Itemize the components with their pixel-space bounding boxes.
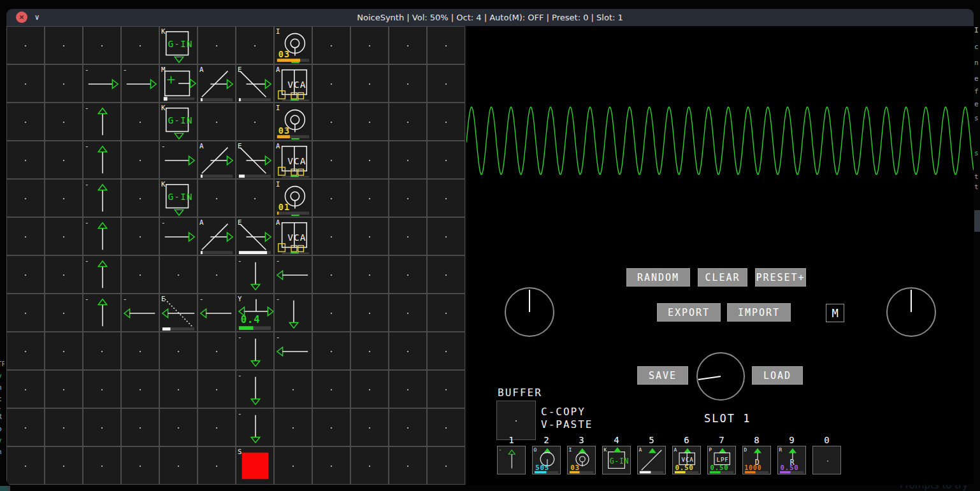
grid-cell-empty[interactable]	[427, 26, 465, 64]
grid-cell-empty[interactable]	[389, 26, 427, 64]
grid-cell-empty[interactable]	[6, 26, 45, 64]
grid-cell-empty[interactable]	[427, 370, 465, 408]
grid-cell-empty[interactable]	[236, 179, 274, 217]
grid-cell-empty[interactable]	[350, 179, 389, 217]
grid-module-ramp-up[interactable]: A	[198, 64, 236, 103]
grid-cell-empty[interactable]	[274, 408, 312, 446]
grid-module-wire-up[interactable]: -	[83, 255, 121, 294]
patch-grid[interactable]: KG-INI03--MAEAVCA-KG-INI03--AEAVCA-KG-IN…	[6, 26, 466, 485]
grid-module-ramp-up[interactable]: A	[198, 141, 236, 179]
grid-cell-empty[interactable]	[427, 179, 465, 217]
grid-cell-empty[interactable]	[83, 370, 121, 408]
grid-module-ramp-down[interactable]: E	[236, 141, 274, 179]
palette-item-osc[interactable]: O505	[532, 446, 561, 474]
grid-module-wire-right[interactable]: -	[159, 141, 198, 179]
grid-cell-empty[interactable]	[427, 408, 465, 446]
palette-item-lfo[interactable]: I03	[567, 446, 596, 474]
grid-module-vca[interactable]: AVCA	[274, 217, 312, 255]
grid-module-gin[interactable]: KG-IN	[159, 103, 198, 141]
grid-cell-empty[interactable]	[236, 103, 274, 141]
grid-module-osc[interactable]: I01	[274, 179, 312, 217]
grid-cell-empty[interactable]	[274, 446, 312, 485]
grid-cell-empty[interactable]	[159, 370, 198, 408]
grid-cell-empty[interactable]	[389, 255, 427, 294]
grid-module-ramp-down-left[interactable]: E	[159, 294, 198, 332]
grid-cell-empty[interactable]	[427, 64, 465, 103]
grid-cell-empty[interactable]	[427, 255, 465, 294]
grid-cell-empty[interactable]	[121, 370, 159, 408]
grid-module-speaker[interactable]: S	[236, 446, 274, 485]
grid-cell-empty[interactable]	[45, 408, 83, 446]
grid-cell-empty[interactable]	[121, 179, 159, 217]
grid-cell-empty[interactable]	[121, 26, 159, 64]
grid-cell-empty[interactable]	[350, 217, 389, 255]
grid-cell-empty[interactable]	[350, 255, 389, 294]
grid-cell-empty[interactable]	[83, 408, 121, 446]
grid-cell-empty[interactable]	[389, 370, 427, 408]
grid-cell-empty[interactable]	[427, 217, 465, 255]
grid-module-wire-right[interactable]: -	[83, 64, 121, 103]
palette-item-ramp[interactable]: A	[637, 446, 666, 474]
palette-item-vca[interactable]: AVCA0.50	[672, 446, 701, 474]
grid-cell-empty[interactable]	[121, 408, 159, 446]
grid-cell-empty[interactable]	[6, 294, 45, 332]
save-button[interactable]: SAVE	[637, 366, 688, 385]
grid-cell-empty[interactable]	[198, 179, 236, 217]
grid-cell-empty[interactable]	[198, 370, 236, 408]
grid-module-gin[interactable]: KG-IN	[159, 26, 198, 64]
grid-module-wire-left[interactable]: -	[274, 255, 312, 294]
grid-cell-empty[interactable]	[198, 103, 236, 141]
grid-cell-empty[interactable]	[45, 294, 83, 332]
grid-cell-empty[interactable]	[45, 26, 83, 64]
grid-cell-empty[interactable]	[45, 217, 83, 255]
grid-cell-empty[interactable]	[312, 179, 350, 217]
grid-cell-empty[interactable]	[198, 255, 236, 294]
grid-cell-empty[interactable]	[45, 255, 83, 294]
grid-module-wire-up[interactable]: -	[83, 103, 121, 141]
grid-cell-empty[interactable]	[45, 332, 83, 370]
load-button[interactable]: LOAD	[752, 366, 803, 385]
grid-cell-empty[interactable]	[312, 64, 350, 103]
grid-module-wire-right[interactable]: -	[159, 217, 198, 255]
mono-toggle[interactable]: M	[826, 304, 844, 322]
grid-cell-empty[interactable]	[198, 446, 236, 485]
buffer-slot[interactable]	[496, 401, 536, 440]
clear-button[interactable]: CLEAR	[698, 268, 747, 287]
grid-cell-empty[interactable]	[45, 446, 83, 485]
grid-module-wire-down[interactable]: -	[274, 294, 312, 332]
grid-module-wire-up[interactable]: -	[83, 141, 121, 179]
grid-cell-empty[interactable]	[198, 408, 236, 446]
grid-cell-empty[interactable]	[121, 446, 159, 485]
grid-cell-empty[interactable]	[389, 217, 427, 255]
grid-cell-empty[interactable]	[121, 103, 159, 141]
grid-cell-empty[interactable]	[121, 332, 159, 370]
grid-cell-empty[interactable]	[45, 103, 83, 141]
grid-cell-empty[interactable]	[159, 408, 198, 446]
grid-module-wire-down[interactable]: -	[236, 370, 274, 408]
grid-module-wire-up[interactable]: -	[83, 217, 121, 255]
grid-cell-empty[interactable]	[350, 103, 389, 141]
grid-module-osc[interactable]: I03	[274, 26, 312, 64]
grid-module-splitter[interactable]: Y0.4	[236, 294, 274, 332]
grid-cell-empty[interactable]	[6, 332, 45, 370]
grid-cell-empty[interactable]	[45, 370, 83, 408]
grid-cell-empty[interactable]	[159, 255, 198, 294]
grid-cell-empty[interactable]	[312, 332, 350, 370]
grid-module-vca[interactable]: AVCA	[274, 64, 312, 103]
grid-cell-empty[interactable]	[6, 370, 45, 408]
grid-cell-empty[interactable]	[45, 64, 83, 103]
grid-cell-empty[interactable]	[312, 26, 350, 64]
grid-cell-empty[interactable]	[121, 255, 159, 294]
grid-cell-empty[interactable]	[312, 141, 350, 179]
grid-cell-empty[interactable]	[198, 332, 236, 370]
random-button[interactable]: RANDOM	[626, 268, 690, 287]
grid-cell-empty[interactable]	[350, 141, 389, 179]
grid-module-wire-up[interactable]: -	[83, 179, 121, 217]
grid-module-mix[interactable]: M	[159, 64, 198, 103]
grid-cell-empty[interactable]	[427, 294, 465, 332]
grid-cell-empty[interactable]	[389, 64, 427, 103]
grid-cell-empty[interactable]	[350, 408, 389, 446]
grid-cell-empty[interactable]	[312, 103, 350, 141]
grid-cell-empty[interactable]	[6, 446, 45, 485]
grid-module-wire-left[interactable]: -	[198, 294, 236, 332]
